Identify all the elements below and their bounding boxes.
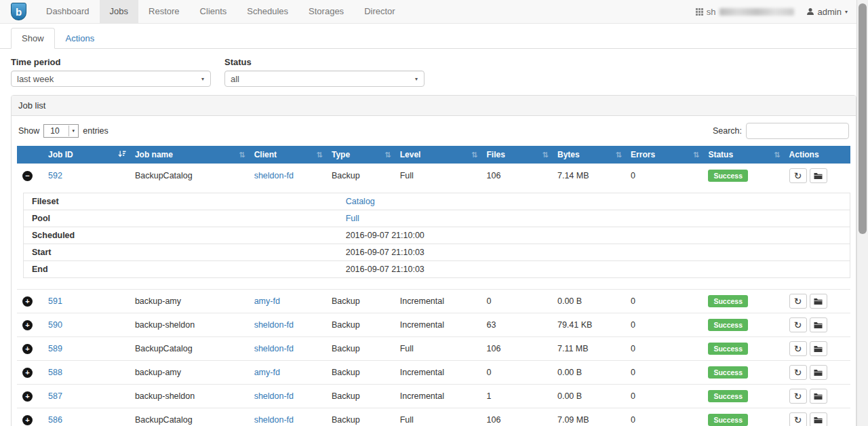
restart-job-button[interactable]: ↻ bbox=[789, 389, 807, 404]
column-header-actions[interactable]: Actions bbox=[784, 146, 850, 164]
column-header-bytes[interactable]: Bytes⇅ bbox=[552, 146, 625, 164]
job-name-cell: BackupCatalog bbox=[130, 164, 249, 188]
expand-row-icon[interactable]: + bbox=[22, 296, 33, 307]
job-files-button[interactable] bbox=[810, 365, 827, 380]
job-files-button[interactable] bbox=[810, 168, 827, 183]
column-header-errors[interactable]: Errors⇅ bbox=[625, 146, 703, 164]
filters: Time period last week ▾ Status all ▾ bbox=[0, 49, 868, 87]
column-header-client[interactable]: Client⇅ bbox=[249, 146, 326, 164]
restart-icon: ↻ bbox=[794, 320, 802, 330]
vertical-scrollbar bbox=[856, 0, 868, 426]
expand-cell: + bbox=[17, 290, 43, 313]
detail-value-link[interactable]: Catalog bbox=[346, 197, 375, 206]
expand-row-icon[interactable]: + bbox=[22, 415, 33, 425]
status-cell: Success bbox=[703, 385, 783, 408]
restart-job-button[interactable]: ↻ bbox=[789, 168, 807, 183]
client-link[interactable]: sheldon-fd bbox=[254, 320, 294, 330]
column-header-type[interactable]: Type⇅ bbox=[326, 146, 395, 164]
restart-job-button[interactable]: ↻ bbox=[789, 365, 807, 380]
nav-item-storages[interactable]: Storages bbox=[298, 0, 354, 23]
restart-job-button[interactable]: ↻ bbox=[789, 317, 807, 332]
column-header-files[interactable]: Files⇅ bbox=[481, 146, 552, 164]
nav-item-jobs[interactable]: Jobs bbox=[100, 0, 138, 23]
nav-item-clients[interactable]: Clients bbox=[190, 0, 237, 23]
status-label: Status bbox=[224, 57, 425, 67]
job-id-link[interactable]: 588 bbox=[48, 368, 62, 377]
chevron-down-icon: ▾ bbox=[845, 9, 848, 15]
job-files-button[interactable] bbox=[810, 389, 827, 404]
detail-value-link[interactable]: Full bbox=[346, 214, 359, 223]
job-id-link[interactable]: 587 bbox=[48, 391, 62, 401]
job-id-link[interactable]: 589 bbox=[48, 344, 62, 353]
job-files-button[interactable] bbox=[810, 317, 827, 332]
host-selector[interactable]: sh bbox=[696, 7, 794, 17]
collapse-row-icon[interactable]: − bbox=[22, 171, 33, 181]
bytes-cell: 0.00 B bbox=[552, 290, 625, 313]
type-cell: Backup bbox=[326, 361, 395, 385]
client-link[interactable]: amy-fd bbox=[254, 296, 280, 306]
column-header-status[interactable]: Status⇅ bbox=[703, 146, 783, 164]
client-cell: sheldon-fd bbox=[249, 164, 326, 188]
entries-label: entries bbox=[83, 126, 108, 136]
time-period-select[interactable]: last week ▾ bbox=[11, 71, 211, 87]
column-label: Client bbox=[254, 150, 277, 159]
client-link[interactable]: sheldon-fd bbox=[254, 171, 294, 180]
status-cell: Success bbox=[703, 290, 783, 313]
search-input[interactable] bbox=[746, 123, 849, 139]
client-link[interactable]: amy-fd bbox=[254, 368, 280, 377]
expand-row-icon[interactable]: + bbox=[22, 391, 33, 402]
tab-show[interactable]: Show bbox=[11, 28, 55, 49]
job-id-link[interactable]: 592 bbox=[48, 171, 62, 180]
detail-value: 2016-09-07 21:10:03 bbox=[338, 261, 850, 278]
search-box: Search: bbox=[713, 123, 849, 139]
restart-job-button[interactable]: ↻ bbox=[789, 294, 807, 309]
sort-both-icon: ⇅ bbox=[471, 151, 477, 159]
job-files-button[interactable] bbox=[810, 294, 827, 309]
column-label: Level bbox=[400, 150, 421, 159]
folder-icon bbox=[814, 172, 823, 180]
status-select[interactable]: all ▾ bbox=[224, 71, 425, 87]
job-id-link[interactable]: 586 bbox=[48, 415, 62, 425]
app-logo[interactable]: b bbox=[11, 3, 26, 20]
job-id-cell: 592 bbox=[43, 164, 130, 188]
nav-item-director[interactable]: Director bbox=[354, 0, 406, 23]
scrollbar-thumb[interactable] bbox=[859, 3, 867, 234]
column-header-job-id[interactable]: Job ID bbox=[43, 146, 130, 164]
user-icon bbox=[806, 7, 814, 16]
restart-job-button[interactable]: ↻ bbox=[789, 341, 807, 356]
grid-icon bbox=[696, 8, 703, 16]
chevron-down-icon: ▾ bbox=[68, 125, 77, 136]
nav-item-dashboard[interactable]: Dashboard bbox=[36, 0, 100, 23]
bytes-cell: 7.09 MB bbox=[552, 408, 625, 426]
client-link[interactable]: sheldon-fd bbox=[254, 391, 294, 401]
job-files-button[interactable] bbox=[810, 341, 827, 356]
sort-both-icon: ⇅ bbox=[384, 151, 391, 159]
job-table: Job IDJob name⇅Client⇅Type⇅Level⇅Files⇅B… bbox=[17, 146, 850, 426]
expand-row-icon[interactable]: + bbox=[22, 368, 33, 378]
expand-row-icon[interactable]: + bbox=[22, 344, 33, 354]
restart-job-button[interactable]: ↻ bbox=[789, 412, 807, 426]
user-menu[interactable]: admin ▾ bbox=[806, 7, 848, 17]
column-header-job-name[interactable]: Job name⇅ bbox=[130, 146, 249, 164]
time-period-value: last week bbox=[17, 74, 54, 84]
files-cell: 63 bbox=[481, 313, 552, 337]
level-cell: Full bbox=[395, 337, 481, 361]
expand-row-icon[interactable]: + bbox=[22, 320, 33, 330]
folder-icon bbox=[814, 298, 823, 305]
job-id-link[interactable]: 590 bbox=[48, 320, 62, 330]
tab-actions[interactable]: Actions bbox=[55, 28, 106, 49]
nav-item-schedules[interactable]: Schedules bbox=[237, 0, 298, 23]
column-header-level[interactable]: Level⇅ bbox=[395, 146, 481, 164]
sort-both-icon: ⇅ bbox=[542, 151, 549, 159]
detail-row: Start2016-09-07 21:10:03 bbox=[24, 244, 850, 261]
page-length-select[interactable]: 10 ▾ bbox=[43, 124, 79, 138]
type-cell: Backup bbox=[326, 337, 395, 361]
job-files-button[interactable] bbox=[810, 412, 827, 426]
nav-item-restore[interactable]: Restore bbox=[138, 0, 190, 23]
client-link[interactable]: sheldon-fd bbox=[254, 344, 294, 353]
chevron-down-icon: ▾ bbox=[415, 76, 418, 82]
job-id-link[interactable]: 591 bbox=[48, 296, 62, 306]
actions-cell: ↻ bbox=[784, 337, 850, 361]
client-link[interactable]: sheldon-fd bbox=[254, 415, 294, 425]
level-cell: Incremental bbox=[395, 385, 481, 408]
